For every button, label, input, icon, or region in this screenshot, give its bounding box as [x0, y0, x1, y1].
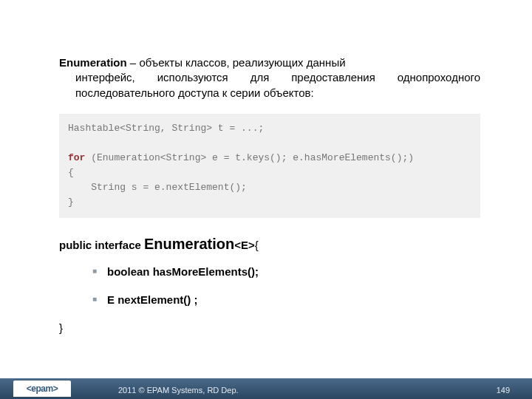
- interface-name: Enumeration: [144, 236, 234, 252]
- slide-content: Enumeration – объекты классов, реализующ…: [0, 0, 532, 375]
- copyright-text: 2011 © EPAM Systems, RD Dep.: [118, 386, 239, 395]
- code-keyword-for: for: [68, 152, 85, 163]
- interface-prefix: public interface: [59, 239, 144, 251]
- interface-close-brace: }: [59, 321, 480, 335]
- interface-open-brace: {: [255, 239, 259, 251]
- description-text-1: объекты классов, реализующих данный: [139, 56, 345, 69]
- epam-logo: <epam>: [13, 381, 71, 397]
- page-number: 149: [497, 386, 510, 395]
- description-sep: –: [127, 56, 140, 69]
- interface-generic: <E>: [234, 239, 255, 251]
- description-text-2: интерфейс, используются для предоставлен…: [59, 70, 480, 100]
- interface-methods: boolean hasMoreElements(); E nextElement…: [59, 265, 480, 308]
- slide: Enumeration – объекты классов, реализующ…: [0, 0, 532, 399]
- code-line-3: {: [68, 167, 74, 178]
- code-line-1: Hashtable<String, String> t = ...;: [68, 123, 264, 134]
- description-paragraph: Enumeration – объекты классов, реализующ…: [59, 55, 480, 100]
- interface-signature: public interface Enumeration<E>{: [59, 234, 480, 254]
- list-item: boolean hasMoreElements();: [92, 265, 480, 279]
- footer: <epam> 2011 © EPAM Systems, RD Dep. 149: [0, 375, 532, 399]
- description-lead: Enumeration: [59, 56, 127, 69]
- code-line-2: (Enumeration<String> e = t.keys(); e.has…: [85, 152, 414, 163]
- code-line-4: String s = e.nextElement();: [68, 182, 247, 193]
- footer-bar: [0, 378, 532, 399]
- code-line-5: }: [68, 197, 74, 208]
- list-item: E nextElement() ;: [92, 293, 480, 307]
- code-block: Hashtable<String, String> t = ...; for (…: [59, 114, 480, 218]
